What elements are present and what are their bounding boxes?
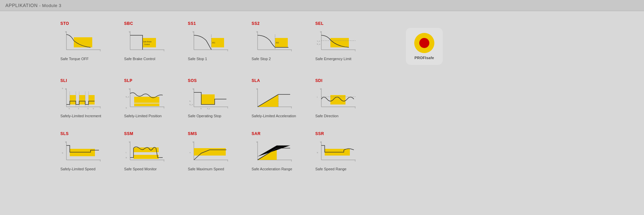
svg-rect-38: [79, 95, 85, 104]
code-sms: SMS: [188, 131, 197, 136]
item-sar: SAR v t Safe Acceleration Range: [252, 128, 315, 174]
app-name: APPLIKATION: [5, 3, 38, 8]
chart-sto: v t: [60, 28, 104, 55]
svg-text:t: t: [227, 49, 228, 52]
chart-sar: v t: [252, 138, 295, 165]
svg-text:v: v: [320, 141, 321, 143]
header-title: APPLIKATION - Module 3: [5, 3, 61, 8]
svg-rect-91: [133, 155, 159, 159]
chart-slp: v b_s t b: [124, 85, 168, 112]
item-sli: SLI s b: [60, 75, 124, 121]
svg-text:v: v: [65, 141, 66, 143]
label-sel: Safe Emergency Limit: [315, 57, 352, 61]
header: APPLIKATION - Module 3: [0, 0, 644, 11]
code-sel: SEL: [315, 21, 324, 26]
code-sar: SAR: [252, 131, 261, 136]
svg-text:v: v: [193, 88, 194, 90]
label-sos: Safe Operating Stop: [188, 114, 221, 118]
label-sbc: Safe Brake Control: [124, 57, 155, 61]
svg-text:t: t: [355, 49, 356, 52]
svg-text:v: v: [190, 152, 191, 154]
code-slp: SLP: [124, 78, 132, 83]
svg-text:s: s: [65, 88, 66, 90]
code-ssr: SSR: [315, 131, 324, 136]
svg-text:v: v: [193, 31, 194, 33]
svg-rect-8: [143, 38, 156, 47]
svg-text:b: b: [317, 152, 318, 154]
svg-text:v: v: [256, 31, 258, 33]
code-ss1: SS1: [188, 21, 196, 26]
label-sms: Safe Maximum Speed: [188, 167, 224, 171]
label-sla: Safely-Limited Acceleration: [252, 114, 296, 118]
item-sbc: SBC v Safe Brake Control t Safe Brake Co…: [124, 18, 188, 64]
svg-text:v: v: [320, 88, 321, 90]
svg-text:b_s: b_s: [126, 96, 129, 98]
item-slp: SLP v b_s t b Safely-Limited Posit: [124, 75, 188, 121]
svg-text:v: v: [129, 141, 130, 143]
item-sls: SLS v b t Safely-Limited Speed: [60, 128, 124, 174]
chart-sdi: v t t: [315, 85, 359, 112]
label-sls: Safely-Limited Speed: [60, 167, 96, 171]
svg-text:b_s: b_s: [207, 108, 210, 110]
item-ssm: SSM v t t b Safe Speed Monitor: [124, 128, 188, 174]
row-1: STO v t Safe Torque OFF SBC: [60, 18, 584, 68]
svg-text:b: b: [126, 107, 127, 109]
svg-rect-37: [70, 95, 76, 104]
item-ssr: SSR v t b Safe Speed Range: [315, 128, 379, 174]
item-ss2: SS2 v SS2 t Safe Stop 2: [252, 18, 315, 64]
item-sdi: SDI v t t Safe Direction: [315, 75, 379, 121]
item-sms: SMS v t v Safe Maximum Speed: [188, 128, 252, 174]
svg-text:t: t: [291, 160, 292, 162]
chart-ss2: v SS2 t: [252, 28, 295, 55]
svg-text:b_s: b_s: [190, 103, 193, 105]
row-2: SLI s b: [60, 75, 584, 121]
svg-rect-90: [133, 147, 159, 152]
chart-sos: v b b_s t b b_s: [188, 85, 231, 112]
svg-text:t: t: [291, 106, 292, 109]
svg-text:v: v: [256, 88, 258, 90]
code-sdi: SDI: [315, 78, 323, 83]
chart-sbc: v Safe Brake Control t: [124, 28, 168, 55]
svg-text:t: t: [164, 106, 164, 109]
svg-text:v: v: [129, 88, 130, 90]
svg-rect-55: [134, 103, 159, 106]
chart-ssr: v t b: [315, 138, 359, 165]
label-ss1: Safe Stop 1: [188, 57, 207, 61]
svg-text:b: b: [190, 100, 191, 102]
svg-text:SS2: SS2: [276, 42, 279, 44]
svg-text:v: v: [65, 31, 66, 33]
item-sla: SLA v t Safely-Limited Accelerat: [252, 75, 315, 121]
label-ss2: Safe Stop 2: [252, 57, 271, 61]
svg-rect-77: [330, 95, 345, 104]
svg-text:t: t: [317, 96, 318, 98]
code-sls: SLS: [60, 131, 69, 136]
chart-sel: v v_s b_s t: [315, 28, 359, 55]
label-sdi: Safe Direction: [315, 114, 338, 118]
svg-text:v: v: [256, 141, 258, 143]
svg-text:t: t: [227, 160, 228, 162]
row-3: SLS v b t Safely-Limited Speed SSM: [60, 128, 584, 174]
label-sto: Safe Torque OFF: [60, 57, 89, 61]
svg-text:t: t: [227, 106, 228, 109]
chart-sli: s b t b b: [60, 85, 104, 112]
svg-rect-54: [134, 97, 159, 103]
svg-text:t: t: [100, 49, 101, 52]
chart-sms: v t v: [188, 138, 231, 165]
svg-rect-62: [201, 94, 215, 104]
svg-text:t: t: [164, 160, 164, 162]
svg-text:Control: Control: [144, 43, 150, 45]
svg-text:t: t: [355, 106, 356, 109]
item-sto: STO v t Safe Torque OFF: [60, 18, 124, 64]
code-sto: STO: [60, 21, 69, 26]
svg-rect-98: [194, 148, 226, 156]
svg-text:t: t: [291, 49, 292, 52]
chart-sls: v b t: [60, 138, 104, 165]
label-sli: Safely-Limited Increment: [60, 114, 101, 118]
chart-ss1: v SS1 t: [188, 28, 231, 55]
svg-text:v: v: [320, 31, 321, 33]
chart-sla: v t: [252, 85, 295, 112]
code-sla: SLA: [252, 78, 260, 83]
svg-text:b: b: [93, 108, 94, 110]
svg-text:b: b: [126, 157, 127, 159]
svg-text:b: b: [62, 152, 63, 154]
